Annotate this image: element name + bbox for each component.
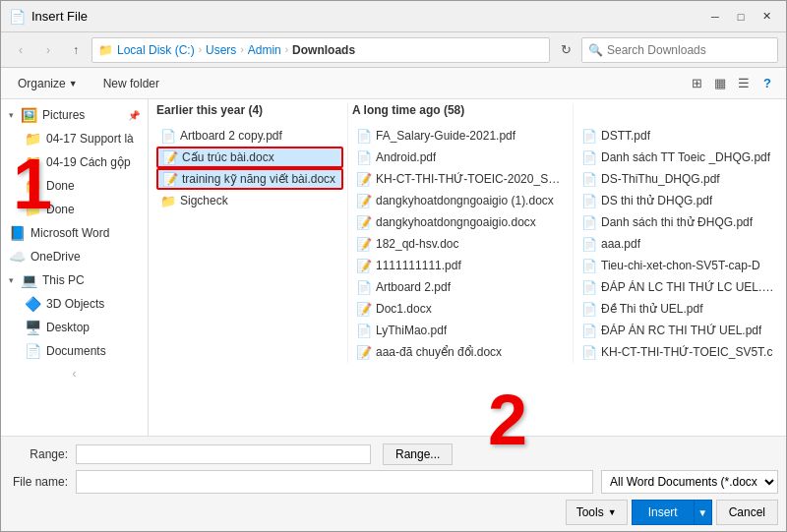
view-details-button[interactable]: ▦ (709, 73, 731, 94)
list-item[interactable]: 📝 training kỹ năng viết bài.docx (156, 168, 343, 190)
word-icon: 📝 (356, 172, 372, 187)
dialog-title: Insert File (31, 9, 88, 24)
range-button[interactable]: Range... (383, 443, 453, 465)
range-input[interactable] (76, 444, 371, 464)
word-icon: 📝 (356, 345, 372, 360)
sidebar-item-onedrive[interactable]: ☁️ OneDrive (1, 245, 148, 268)
cancel-button[interactable]: Cancel (716, 500, 778, 525)
file-name: DSTT.pdf (601, 129, 650, 143)
refresh-button[interactable]: ↻ (554, 38, 577, 62)
list-item[interactable]: 📄 Đề Thi thử UEL.pdf (577, 298, 778, 320)
list-item[interactable]: 📄 aaa.pdf (577, 233, 778, 255)
column-separator-2 (573, 103, 574, 363)
organize-button[interactable]: Organize ▼ (9, 73, 87, 94)
list-item[interactable]: 📁 Sigcheck (156, 190, 343, 211)
file-name: Sigcheck (180, 194, 228, 207)
nav-bar: ‹ › ↑ 📁 Local Disk (C:) › Users › Admin … (1, 32, 786, 68)
word-icon: 📝 (162, 172, 178, 187)
maximize-button[interactable]: □ (729, 5, 753, 29)
file-name: DS thi thử DHQG.pdf (601, 194, 712, 207)
folder-icon: 📁 (25, 154, 41, 170)
list-item[interactable]: 📄 DS-ThiThu_DHQG.pdf (577, 168, 778, 190)
list-item[interactable]: 📝 Cấu trúc bài.docx (156, 147, 343, 168)
list-item[interactable]: 📄 ĐÁP ÁN RC THI THỬ UEL.pdf (577, 320, 778, 341)
sidebar-item-done2[interactable]: 📁 Done (1, 198, 148, 221)
insert-dropdown-button[interactable]: ▼ (695, 500, 712, 525)
pdf-icon: 📄 (581, 129, 597, 144)
section-header-1: Earlier this year (4) (156, 103, 343, 119)
sidebar-item-3dobjects[interactable]: 🔷 3D Objects (1, 292, 148, 316)
list-item[interactable]: 📄 KH-CT-THI-THỬ-TOEIC_SV5T.c (577, 341, 778, 363)
file-name: Artboard 2.pdf (376, 280, 451, 294)
sidebar-item-label: Done (46, 179, 140, 193)
file-name: Đề Thi thử UEL.pdf (601, 302, 703, 316)
folder-icon: 📁 (25, 178, 41, 194)
list-item[interactable]: 📄 DSTT.pdf (577, 125, 778, 147)
pdf-icon: 📄 (581, 194, 597, 208)
pdf-icon: 📄 (581, 172, 597, 187)
sidebar-item-done1[interactable]: 📁 Done (1, 174, 148, 198)
sidebar-item-support[interactable]: 📁 04-17 Support là (1, 127, 148, 150)
list-item[interactable]: 📝 Doc1.docx (352, 298, 569, 320)
forward-button[interactable]: › (36, 38, 60, 62)
search-input[interactable] (607, 43, 771, 57)
list-item[interactable]: 📝 182_qd-hsv.doc (352, 233, 569, 255)
file-name: Tieu-chi-xet-chon-SV5T-cap-D (601, 259, 760, 272)
list-item[interactable]: 📄 Artboard 2.pdf (352, 276, 569, 298)
sidebar-item-msword[interactable]: 📘 Microsoft Word (1, 221, 148, 245)
list-item[interactable]: 📄 Danh sách TT Toeic _DHQG.pdf (577, 147, 778, 168)
search-icon: 🔍 (588, 43, 603, 57)
sidebar-item-cachgop[interactable]: 📁 04-19 Cách gộp (1, 150, 148, 174)
filename-input[interactable] (76, 470, 593, 494)
list-item[interactable]: 📝 aaa-đã chuyển đổi.docx (352, 341, 569, 363)
file-name: Artboard 2 copy.pdf (180, 129, 282, 143)
insert-label: Insert (648, 505, 678, 519)
up-button[interactable]: ↑ (64, 38, 88, 62)
tools-button[interactable]: Tools ▼ (566, 500, 628, 525)
new-folder-button[interactable]: New folder (94, 73, 168, 94)
sidebar-item-thispc[interactable]: ▾ 💻 This PC (1, 268, 148, 292)
sidebar-collapse[interactable]: ‹ (1, 363, 148, 384)
back-button[interactable]: ‹ (9, 38, 32, 62)
file-name: KH-CT-THI-THỬ-TOEIC_SV5T.c (601, 345, 772, 359)
close-button[interactable]: ✕ (755, 5, 778, 29)
list-item[interactable]: 📄 FA_Salary-Guide-2021.pdf (352, 125, 569, 147)
pdf-icon: 📄 (356, 150, 372, 165)
file-list-scroll: Earlier this year (4) 📄 Artboard 2 copy.… (149, 99, 786, 436)
list-item[interactable]: 📄 Android.pdf (352, 147, 569, 168)
file-name: Android.pdf (376, 150, 436, 164)
breadcrumb-users[interactable]: Users (206, 43, 236, 57)
list-item[interactable]: 📝 dangkyhoatdongngoaigio (1).docx (352, 190, 569, 211)
sidebar-item-documents[interactable]: 📄 Documents (1, 339, 148, 363)
insert-button[interactable]: Insert (632, 500, 695, 525)
list-item[interactable]: 📄 ĐÁP ÁN LC THI THỬ LC UEL.pdf (577, 276, 778, 298)
file-name: 182_qd-hsv.doc (376, 237, 459, 251)
sidebar-item-desktop[interactable]: 🖥️ Desktop (1, 316, 148, 339)
breadcrumb-admin[interactable]: Admin (248, 43, 281, 57)
word-icon: 📝 (356, 237, 372, 252)
file-name: Doc1.docx (376, 302, 432, 316)
list-item[interactable]: 📄 Danh sách thi thử ĐHQG.pdf (577, 211, 778, 233)
view-help-button[interactable]: ? (757, 73, 778, 94)
3dobjects-icon: 🔷 (25, 296, 41, 312)
list-item[interactable]: 📄 Artboard 2 copy.pdf (156, 125, 343, 147)
file-name: Danh sách TT Toeic _DHQG.pdf (601, 150, 770, 164)
breadcrumb-icon: 📁 (98, 43, 113, 57)
sidebar-item-pictures[interactable]: ▾ 🖼️ Pictures 📌 (1, 103, 148, 127)
sidebar-item-label: 04-17 Support là (46, 132, 140, 146)
list-item[interactable]: 📄 Tieu-chi-xet-chon-SV5T-cap-D (577, 255, 778, 276)
list-item[interactable]: 📝 1111111111.pdf (352, 255, 569, 276)
minimize-button[interactable]: ─ (703, 5, 727, 29)
view-list-button[interactable]: ☰ (733, 73, 755, 94)
breadcrumb-root[interactable]: Local Disk (C:) (117, 43, 195, 57)
toolbar: Organize ▼ New folder ⊞ ▦ ☰ ? (1, 68, 786, 99)
list-item[interactable]: 📄 DS thi thử DHQG.pdf (577, 190, 778, 211)
list-item[interactable]: 📝 KH-CT-THI-THỬ-TOEIC-2020_SV5T-5.docx (352, 168, 569, 190)
view-grid-button[interactable]: ⊞ (686, 73, 707, 94)
file-name: Cấu trúc bài.docx (182, 150, 274, 164)
list-item[interactable]: 📝 dangkyhoatdongngoaigio.docx (352, 211, 569, 233)
list-item[interactable]: 📄 LyThiMao.pdf (352, 320, 569, 341)
pdf-icon: 📄 (581, 237, 597, 252)
filetype-select[interactable]: All Word Documents (*.docx;*.d (601, 470, 778, 494)
column-separator (347, 103, 348, 363)
